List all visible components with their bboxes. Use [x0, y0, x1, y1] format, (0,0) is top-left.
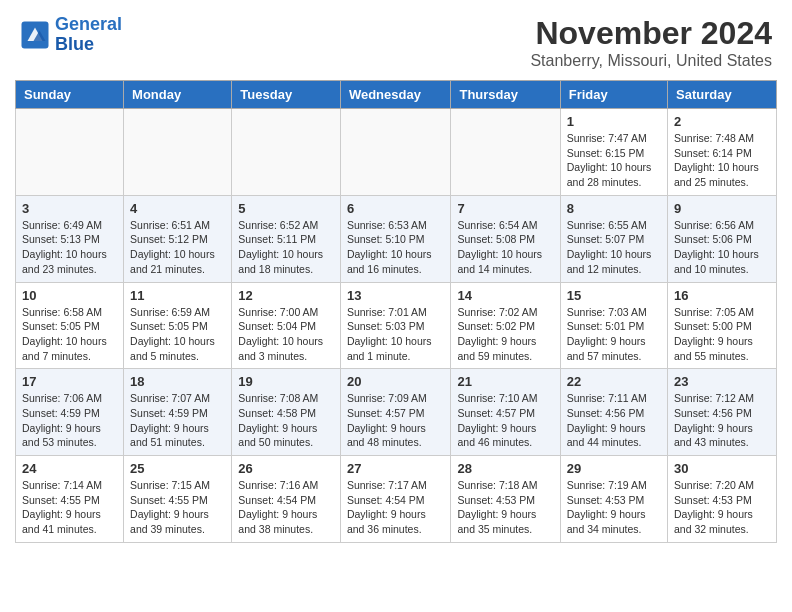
calendar-cell [16, 109, 124, 196]
day-info: Sunrise: 6:56 AM Sunset: 5:06 PM Dayligh… [674, 218, 770, 277]
day-number: 1 [567, 114, 661, 129]
calendar-cell: 20Sunrise: 7:09 AM Sunset: 4:57 PM Dayli… [340, 369, 451, 456]
weekday-header-monday: Monday [124, 81, 232, 109]
calendar-cell: 15Sunrise: 7:03 AM Sunset: 5:01 PM Dayli… [560, 282, 667, 369]
calendar-cell: 25Sunrise: 7:15 AM Sunset: 4:55 PM Dayli… [124, 456, 232, 543]
day-number: 18 [130, 374, 225, 389]
calendar-cell: 3Sunrise: 6:49 AM Sunset: 5:13 PM Daylig… [16, 195, 124, 282]
weekday-header-wednesday: Wednesday [340, 81, 451, 109]
weekday-header-thursday: Thursday [451, 81, 560, 109]
weekday-header-friday: Friday [560, 81, 667, 109]
calendar-cell: 14Sunrise: 7:02 AM Sunset: 5:02 PM Dayli… [451, 282, 560, 369]
weekday-header-tuesday: Tuesday [232, 81, 341, 109]
day-info: Sunrise: 7:11 AM Sunset: 4:56 PM Dayligh… [567, 391, 661, 450]
day-number: 9 [674, 201, 770, 216]
day-number: 29 [567, 461, 661, 476]
day-number: 20 [347, 374, 445, 389]
day-info: Sunrise: 7:14 AM Sunset: 4:55 PM Dayligh… [22, 478, 117, 537]
calendar-cell: 23Sunrise: 7:12 AM Sunset: 4:56 PM Dayli… [668, 369, 777, 456]
calendar-cell: 22Sunrise: 7:11 AM Sunset: 4:56 PM Dayli… [560, 369, 667, 456]
day-info: Sunrise: 6:52 AM Sunset: 5:11 PM Dayligh… [238, 218, 334, 277]
main-title: November 2024 [530, 15, 772, 52]
calendar-cell: 19Sunrise: 7:08 AM Sunset: 4:58 PM Dayli… [232, 369, 341, 456]
calendar-cell [124, 109, 232, 196]
day-number: 17 [22, 374, 117, 389]
calendar-cell: 21Sunrise: 7:10 AM Sunset: 4:57 PM Dayli… [451, 369, 560, 456]
calendar-table: SundayMondayTuesdayWednesdayThursdayFrid… [15, 80, 777, 543]
day-info: Sunrise: 7:16 AM Sunset: 4:54 PM Dayligh… [238, 478, 334, 537]
day-number: 25 [130, 461, 225, 476]
day-number: 2 [674, 114, 770, 129]
day-info: Sunrise: 6:49 AM Sunset: 5:13 PM Dayligh… [22, 218, 117, 277]
day-info: Sunrise: 6:53 AM Sunset: 5:10 PM Dayligh… [347, 218, 445, 277]
day-number: 21 [457, 374, 553, 389]
calendar-header-row: SundayMondayTuesdayWednesdayThursdayFrid… [16, 81, 777, 109]
day-number: 4 [130, 201, 225, 216]
day-info: Sunrise: 6:59 AM Sunset: 5:05 PM Dayligh… [130, 305, 225, 364]
calendar-cell: 28Sunrise: 7:18 AM Sunset: 4:53 PM Dayli… [451, 456, 560, 543]
calendar-cell: 9Sunrise: 6:56 AM Sunset: 5:06 PM Daylig… [668, 195, 777, 282]
day-info: Sunrise: 7:02 AM Sunset: 5:02 PM Dayligh… [457, 305, 553, 364]
day-number: 30 [674, 461, 770, 476]
page-header: General Blue November 2024 Stanberry, Mi… [0, 0, 792, 75]
calendar-week-4: 17Sunrise: 7:06 AM Sunset: 4:59 PM Dayli… [16, 369, 777, 456]
day-info: Sunrise: 7:10 AM Sunset: 4:57 PM Dayligh… [457, 391, 553, 450]
subtitle: Stanberry, Missouri, United States [530, 52, 772, 70]
calendar-cell [232, 109, 341, 196]
calendar-week-3: 10Sunrise: 6:58 AM Sunset: 5:05 PM Dayli… [16, 282, 777, 369]
calendar-week-2: 3Sunrise: 6:49 AM Sunset: 5:13 PM Daylig… [16, 195, 777, 282]
calendar-cell: 5Sunrise: 6:52 AM Sunset: 5:11 PM Daylig… [232, 195, 341, 282]
day-info: Sunrise: 7:48 AM Sunset: 6:14 PM Dayligh… [674, 131, 770, 190]
calendar-cell: 7Sunrise: 6:54 AM Sunset: 5:08 PM Daylig… [451, 195, 560, 282]
day-info: Sunrise: 6:55 AM Sunset: 5:07 PM Dayligh… [567, 218, 661, 277]
calendar-cell: 6Sunrise: 6:53 AM Sunset: 5:10 PM Daylig… [340, 195, 451, 282]
calendar-cell: 18Sunrise: 7:07 AM Sunset: 4:59 PM Dayli… [124, 369, 232, 456]
day-info: Sunrise: 7:18 AM Sunset: 4:53 PM Dayligh… [457, 478, 553, 537]
day-number: 15 [567, 288, 661, 303]
day-info: Sunrise: 6:51 AM Sunset: 5:12 PM Dayligh… [130, 218, 225, 277]
day-number: 11 [130, 288, 225, 303]
day-number: 22 [567, 374, 661, 389]
day-number: 27 [347, 461, 445, 476]
calendar-week-5: 24Sunrise: 7:14 AM Sunset: 4:55 PM Dayli… [16, 456, 777, 543]
calendar-cell: 29Sunrise: 7:19 AM Sunset: 4:53 PM Dayli… [560, 456, 667, 543]
day-info: Sunrise: 7:05 AM Sunset: 5:00 PM Dayligh… [674, 305, 770, 364]
day-info: Sunrise: 7:20 AM Sunset: 4:53 PM Dayligh… [674, 478, 770, 537]
logo: General Blue [20, 15, 122, 55]
day-info: Sunrise: 7:19 AM Sunset: 4:53 PM Dayligh… [567, 478, 661, 537]
calendar-week-1: 1Sunrise: 7:47 AM Sunset: 6:15 PM Daylig… [16, 109, 777, 196]
logo-icon [20, 20, 50, 50]
day-info: Sunrise: 7:00 AM Sunset: 5:04 PM Dayligh… [238, 305, 334, 364]
day-number: 13 [347, 288, 445, 303]
calendar-cell: 1Sunrise: 7:47 AM Sunset: 6:15 PM Daylig… [560, 109, 667, 196]
calendar-cell: 11Sunrise: 6:59 AM Sunset: 5:05 PM Dayli… [124, 282, 232, 369]
day-info: Sunrise: 7:06 AM Sunset: 4:59 PM Dayligh… [22, 391, 117, 450]
day-number: 10 [22, 288, 117, 303]
calendar-cell [340, 109, 451, 196]
calendar-cell: 13Sunrise: 7:01 AM Sunset: 5:03 PM Dayli… [340, 282, 451, 369]
weekday-header-saturday: Saturday [668, 81, 777, 109]
day-info: Sunrise: 7:47 AM Sunset: 6:15 PM Dayligh… [567, 131, 661, 190]
day-number: 6 [347, 201, 445, 216]
calendar-cell: 16Sunrise: 7:05 AM Sunset: 5:00 PM Dayli… [668, 282, 777, 369]
day-number: 24 [22, 461, 117, 476]
calendar-cell [451, 109, 560, 196]
calendar-cell: 24Sunrise: 7:14 AM Sunset: 4:55 PM Dayli… [16, 456, 124, 543]
calendar-cell: 2Sunrise: 7:48 AM Sunset: 6:14 PM Daylig… [668, 109, 777, 196]
day-number: 3 [22, 201, 117, 216]
calendar-cell: 30Sunrise: 7:20 AM Sunset: 4:53 PM Dayli… [668, 456, 777, 543]
day-number: 16 [674, 288, 770, 303]
weekday-header-sunday: Sunday [16, 81, 124, 109]
calendar-cell: 26Sunrise: 7:16 AM Sunset: 4:54 PM Dayli… [232, 456, 341, 543]
day-info: Sunrise: 7:12 AM Sunset: 4:56 PM Dayligh… [674, 391, 770, 450]
calendar-cell: 8Sunrise: 6:55 AM Sunset: 5:07 PM Daylig… [560, 195, 667, 282]
calendar-cell: 27Sunrise: 7:17 AM Sunset: 4:54 PM Dayli… [340, 456, 451, 543]
day-info: Sunrise: 7:07 AM Sunset: 4:59 PM Dayligh… [130, 391, 225, 450]
calendar-cell: 12Sunrise: 7:00 AM Sunset: 5:04 PM Dayli… [232, 282, 341, 369]
day-info: Sunrise: 6:54 AM Sunset: 5:08 PM Dayligh… [457, 218, 553, 277]
day-number: 19 [238, 374, 334, 389]
day-number: 5 [238, 201, 334, 216]
day-number: 8 [567, 201, 661, 216]
day-number: 28 [457, 461, 553, 476]
logo-text: General Blue [55, 15, 122, 55]
